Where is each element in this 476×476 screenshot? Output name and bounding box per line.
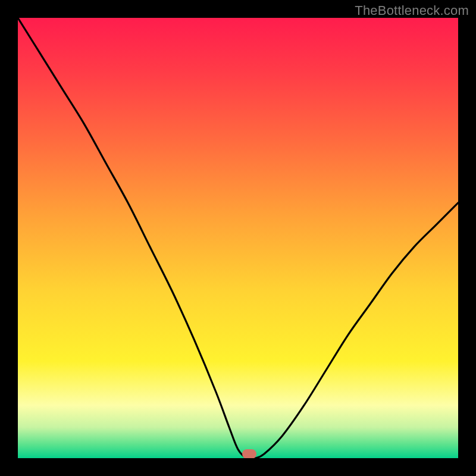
plot-area <box>18 18 458 458</box>
optimal-point-marker <box>242 449 256 458</box>
watermark-text: TheBottleneck.com <box>355 3 469 18</box>
bottleneck-curve <box>18 18 458 458</box>
chart-frame: TheBottleneck.com <box>0 0 476 476</box>
